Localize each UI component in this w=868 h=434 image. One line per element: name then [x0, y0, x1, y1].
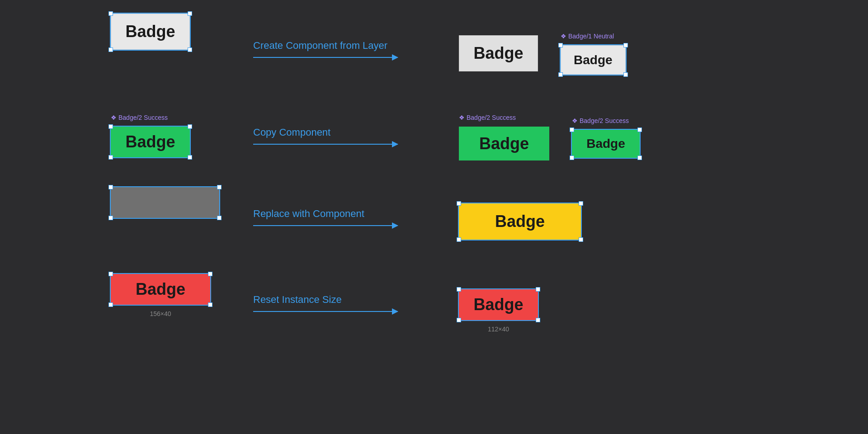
badge-red-wide-left[interactable]: Badge — [111, 274, 210, 305]
handle-tl-r1r2 — [558, 43, 563, 47]
handle-tr-rr — [536, 287, 540, 292]
handle-tl-rw — [108, 272, 113, 276]
dim-label-right: 112×40 — [488, 326, 509, 333]
handle-br-rr — [536, 318, 540, 322]
arrow-label-row3: Replace with Component — [253, 208, 364, 220]
arrow-row4: Reset Instance Size — [253, 294, 398, 312]
handle-br-gray — [217, 216, 222, 220]
badge-neutral-right1[interactable]: Badge — [459, 35, 538, 71]
handle-tr-r1r2 — [623, 43, 628, 47]
badge-red-right-text: Badge — [459, 289, 538, 320]
handle-br-g — [188, 155, 192, 160]
handle-tl-yellow — [457, 201, 461, 206]
right-pair-row2: ❖ Badge/2 Success Badge ❖ Badge/2 Succes… — [459, 113, 640, 160]
handle-br — [188, 47, 192, 52]
handle-tl-gray — [108, 185, 113, 189]
badge-yellow-right[interactable]: Badge — [459, 203, 581, 240]
badge-neutral-right1-text: Badge — [459, 35, 538, 71]
badge-yellow-right-text: Badge — [459, 203, 581, 240]
badge-green-right1[interactable]: Badge — [459, 127, 549, 160]
component-icon-row1: ❖ — [561, 33, 566, 40]
handle-bl-gr2 — [570, 156, 574, 160]
left-col-row3 — [111, 187, 219, 220]
component-icon-row2-right1: ❖ — [459, 114, 465, 121]
badge-green-right2-text: Badge — [572, 130, 640, 158]
arrow-label-row2: Copy Component — [253, 127, 330, 138]
handle-tr-gr2 — [637, 127, 642, 132]
badge-green-right2[interactable]: Badge — [572, 130, 640, 158]
component-icon-row2-right2: ❖ — [572, 117, 578, 124]
component-label-text-row2-right2: Badge/2 Success — [580, 117, 629, 124]
dim-label-left: 156×40 — [150, 310, 171, 317]
badge-green-right1-wrapper: ❖ Badge/2 Success Badge — [459, 127, 549, 160]
handle-bl-rr — [457, 318, 461, 322]
left-badge-row4-wrapper: Badge 156×40 — [111, 274, 210, 305]
badge-green-right1-text: Badge — [459, 127, 549, 160]
badge-neutral-right2-wrapper: ❖ Badge/1 Neutral Badge — [561, 45, 626, 75]
arrow-line-row3 — [253, 225, 398, 226]
canvas: Badge Create Component from Layer Badge — [0, 0, 868, 434]
handle-tl-gr2 — [570, 127, 574, 132]
component-label-row2-right2: ❖ Badge/2 Success — [572, 117, 629, 124]
handle-br-yellow — [579, 237, 583, 242]
handle-bl-gray — [108, 216, 113, 220]
right-col-row3: Badge — [459, 203, 581, 240]
arrow-label-row1: Create Component from Layer — [253, 40, 387, 52]
handle-tr-yellow — [579, 201, 583, 206]
arrow-line-row2 — [253, 144, 398, 145]
left-col-row1: Badge — [111, 14, 190, 50]
handle-br-gr2 — [637, 156, 642, 160]
badge-neutral-text: Badge — [111, 14, 190, 50]
handle-tl-rr — [457, 287, 461, 292]
badge-green-right2-wrapper: ❖ Badge/2 Success Badge — [572, 130, 640, 158]
component-label-row2-right1: ❖ Badge/2 Success — [459, 114, 516, 121]
right-col-row1: Badge ❖ Badge/1 Neutral Badge — [459, 32, 626, 75]
handle-bl — [108, 47, 113, 52]
handle-tr-g — [188, 124, 192, 129]
handle-br-r1r2 — [623, 72, 628, 77]
arrow-line-row4 — [253, 311, 398, 312]
handle-tr-gray — [217, 185, 222, 189]
badge-neutral-left[interactable]: Badge — [111, 14, 190, 50]
badge-gray-left[interactable] — [111, 187, 219, 218]
handle-bl-g — [108, 155, 113, 160]
badge-gray-left-text — [111, 187, 219, 218]
component-label-text-row2-right1: Badge/2 Success — [467, 114, 516, 121]
right-badge-row4-wrapper: Badge 112×40 — [459, 289, 538, 320]
handle-bl-yellow — [457, 237, 461, 242]
left-col-row4: Badge 156×40 — [111, 274, 210, 305]
arrow-line-row1 — [253, 57, 398, 58]
component-label-row1: ❖ Badge/1 Neutral — [561, 33, 614, 40]
badge-neutral-right2[interactable]: Badge — [561, 45, 626, 75]
badge-neutral-right2-text: Badge — [561, 45, 626, 75]
arrow-row3: Replace with Component — [253, 208, 398, 226]
arrow-row2: Copy Component — [253, 127, 398, 145]
handle-tr-rw — [208, 272, 212, 276]
component-label-text-row2-left: Badge/2 Success — [118, 114, 168, 121]
handle-tl — [108, 11, 113, 16]
right-col-row4: Badge 112×40 — [459, 289, 538, 320]
arrow-row1: Create Component from Layer — [253, 40, 398, 58]
badge-red-wide-left-text: Badge — [111, 274, 210, 305]
badge-red-right[interactable]: Badge — [459, 289, 538, 320]
left-badge-row2-wrapper: ❖ Badge/2 Success Badge — [111, 127, 190, 157]
right-col-row2: ❖ Badge/2 Success Badge ❖ Badge/2 Succes… — [459, 113, 640, 160]
left-col-row2: ❖ Badge/2 Success Badge — [111, 113, 190, 157]
handle-tr — [188, 11, 192, 16]
component-label-text-row1: Badge/1 Neutral — [568, 33, 614, 40]
arrow-label-row4: Reset Instance Size — [253, 294, 342, 306]
component-icon-row2-left: ❖ — [111, 114, 117, 121]
handle-bl-r1r2 — [558, 72, 563, 77]
handle-tl-g — [108, 124, 113, 129]
handle-br-rw — [208, 302, 212, 307]
handle-bl-rw — [108, 302, 113, 307]
right-pair-row1: Badge ❖ Badge/1 Neutral Badge — [459, 32, 626, 75]
badge-green-left-text: Badge — [111, 127, 190, 157]
component-label-row2-left: ❖ Badge/2 Success — [111, 114, 168, 121]
badge-green-left[interactable]: Badge — [111, 127, 190, 157]
